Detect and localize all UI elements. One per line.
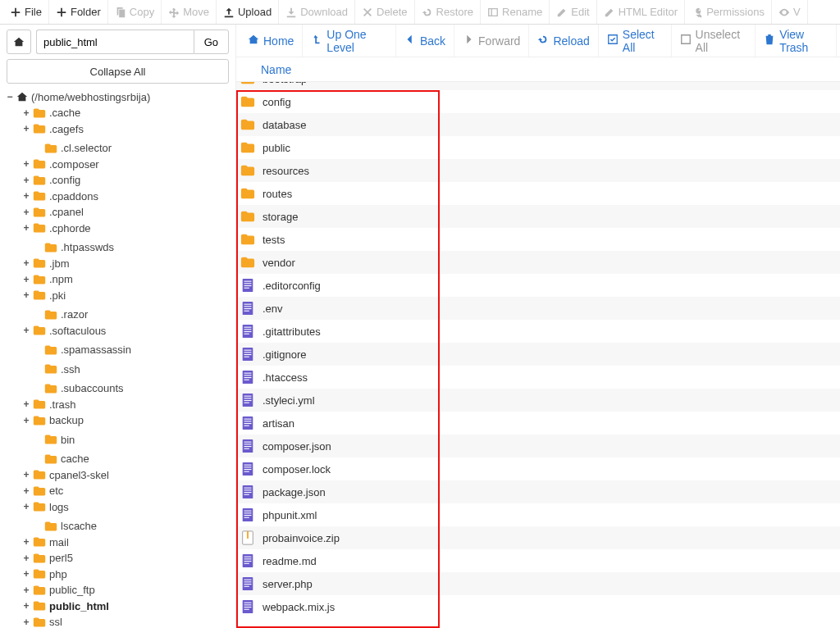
file-row[interactable]: .gitattributes xyxy=(236,320,840,343)
tree-item-label[interactable]: .subaccounts xyxy=(59,382,124,394)
folder-icon xyxy=(44,363,57,375)
tree-root-label[interactable]: (/home/webhostingsrbija) xyxy=(30,91,150,103)
tree-item-label[interactable]: .softaculous xyxy=(48,325,106,337)
file-row[interactable]: database xyxy=(236,113,840,136)
tree-item-label[interactable]: .cache xyxy=(48,107,80,119)
tree-item-label[interactable]: php xyxy=(48,568,67,580)
file-row[interactable]: composer.json xyxy=(236,435,840,457)
file-row[interactable]: bootstrap xyxy=(236,82,840,90)
tree-item-label[interactable]: .ssh xyxy=(59,363,80,375)
caret-icon[interactable]: + xyxy=(21,568,31,580)
new-folder-button[interactable]: Folder xyxy=(49,0,108,24)
file-row[interactable]: .htaccess xyxy=(236,366,840,389)
caret-icon[interactable]: + xyxy=(21,469,31,480)
caret-icon[interactable]: + xyxy=(21,257,31,269)
caret-icon[interactable]: + xyxy=(21,222,31,234)
caret-icon[interactable]: + xyxy=(21,501,31,512)
tree-item-label[interactable]: .composer xyxy=(48,158,99,171)
tree-item-label[interactable]: .htpasswds xyxy=(59,241,114,253)
caret-icon[interactable]: + xyxy=(21,123,31,134)
caret-icon[interactable]: + xyxy=(21,274,31,285)
file-row[interactable]: .env xyxy=(236,297,840,320)
tree-item-label[interactable]: .jbm xyxy=(48,257,70,270)
tree-item-label[interactable]: .trash xyxy=(48,398,76,411)
file-row[interactable]: resources xyxy=(236,159,840,182)
caret-icon[interactable]: + xyxy=(21,553,31,564)
file-list[interactable]: bootstrapconfigdatabasepublicresourcesro… xyxy=(236,82,840,628)
caret-icon[interactable]: + xyxy=(21,158,31,170)
svg-rect-59 xyxy=(244,558,252,559)
go-button[interactable]: Go xyxy=(194,30,229,54)
file-row[interactable]: tests xyxy=(236,228,840,251)
caret-icon[interactable]: + xyxy=(21,485,31,497)
file-row[interactable]: readme.md xyxy=(236,549,840,572)
caret-icon[interactable]: + xyxy=(21,415,31,426)
tree-item-label[interactable]: .npm xyxy=(48,273,73,285)
file-row[interactable]: webpack.mix.js xyxy=(236,595,840,618)
tree-item-label[interactable]: etc xyxy=(48,485,63,497)
back-button[interactable]: Back xyxy=(396,25,454,57)
caret-icon[interactable]: − xyxy=(5,91,15,102)
caret-icon[interactable]: + xyxy=(21,536,31,548)
caret-icon[interactable]: + xyxy=(21,398,31,410)
caret-icon[interactable]: + xyxy=(21,289,31,301)
file-row[interactable]: .gitignore xyxy=(236,343,840,366)
tree-item-label[interactable]: logs xyxy=(48,501,69,513)
file-row[interactable]: .editorconfig xyxy=(236,274,840,297)
tree-wrap[interactable]: − (/home/webhostingsrbija)+.cache+.cagef… xyxy=(0,84,235,628)
caret-icon[interactable]: + xyxy=(21,175,31,186)
file-row[interactable]: phpunit.xml xyxy=(236,503,840,526)
caret-icon[interactable]: + xyxy=(21,325,31,336)
tree-item-label[interactable]: .cpanel xyxy=(48,206,84,218)
tree-item-label[interactable]: .cl.selector xyxy=(59,142,112,154)
tree-item-label[interactable]: backup xyxy=(48,414,84,426)
caret-icon[interactable]: + xyxy=(21,107,31,119)
caret-icon[interactable]: + xyxy=(21,585,31,596)
tree-item-label[interactable]: cpanel3-skel xyxy=(48,469,109,481)
reload-button[interactable]: Reload xyxy=(529,25,598,57)
caret-icon[interactable]: + xyxy=(21,600,31,612)
new-file-button[interactable]: File xyxy=(3,0,49,24)
file-row[interactable]: vendor xyxy=(236,251,840,274)
tree-item-label[interactable]: .razor xyxy=(59,308,88,321)
caret-icon[interactable]: + xyxy=(21,207,31,218)
tree-item-label[interactable]: lscache xyxy=(59,520,97,532)
file-row[interactable]: storage xyxy=(236,205,840,228)
file-row[interactable]: package.json xyxy=(236,480,840,503)
caret-icon[interactable]: + xyxy=(21,617,31,628)
unselect-all-button[interactable]: Unselect All xyxy=(672,25,756,57)
forward-button[interactable]: Forward xyxy=(454,25,529,57)
tree-item-label[interactable]: perl5 xyxy=(48,552,73,564)
tree-item-label[interactable]: public_ftp xyxy=(48,584,95,596)
home-button[interactable]: Home xyxy=(240,25,303,57)
select-all-button[interactable]: Select All xyxy=(599,25,672,57)
caret-icon[interactable]: + xyxy=(21,190,31,202)
tree-item-label[interactable]: ssl xyxy=(48,616,62,628)
file-row[interactable]: routes xyxy=(236,182,840,205)
home-path-button[interactable] xyxy=(7,30,31,54)
file-row[interactable]: composer.lock xyxy=(236,457,840,480)
tree-item-label[interactable]: .config xyxy=(48,174,80,186)
file-row[interactable]: probainvoice.zip xyxy=(236,526,840,549)
tree-item-label[interactable]: .spamassassin xyxy=(59,344,131,356)
file-row[interactable]: artisan xyxy=(236,412,840,435)
tree-item-label[interactable]: .cphorde xyxy=(48,222,91,234)
tree-item-label[interactable]: bin xyxy=(59,434,75,446)
tree-item-label[interactable]: mail xyxy=(48,536,69,548)
up-one-level-button[interactable]: Up One Level xyxy=(303,25,396,57)
file-row[interactable]: public xyxy=(236,136,840,159)
path-input[interactable] xyxy=(36,30,194,54)
tree-item-label[interactable]: cache xyxy=(59,453,89,465)
tree-item-label[interactable]: .cagefs xyxy=(48,123,84,135)
collapse-all-button[interactable]: Collapse All xyxy=(7,59,229,84)
tree-item-label[interactable]: public_html xyxy=(48,600,109,612)
list-header[interactable]: Name xyxy=(236,57,840,82)
file-row[interactable]: config xyxy=(236,90,840,113)
file-row[interactable]: .styleci.yml xyxy=(236,389,840,412)
upload-button[interactable]: Upload xyxy=(217,0,279,24)
file-row[interactable]: server.php xyxy=(236,572,840,595)
tree-item-label[interactable]: .pki xyxy=(48,289,66,302)
name-column-header[interactable]: Name xyxy=(261,63,291,76)
view-trash-button[interactable]: View Trash xyxy=(756,25,837,57)
tree-item-label[interactable]: .cpaddons xyxy=(48,190,98,203)
